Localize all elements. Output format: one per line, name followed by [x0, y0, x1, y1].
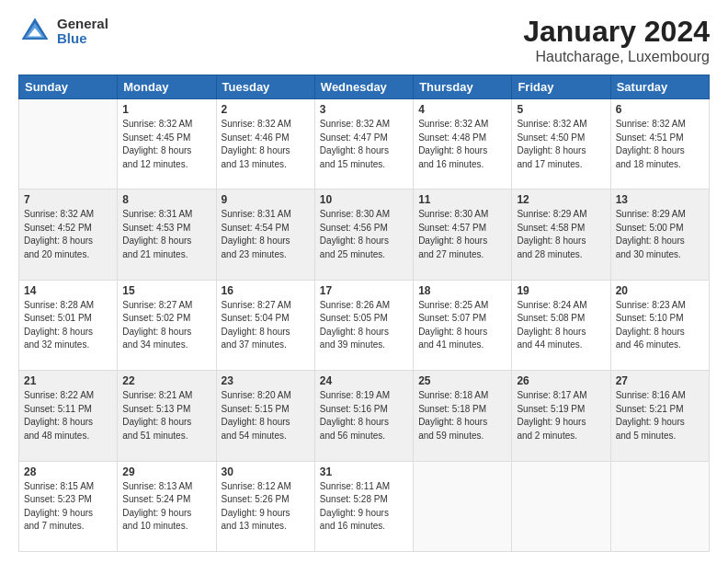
day-info: Sunrise: 8:32 AM Sunset: 4:50 PM Dayligh…	[517, 118, 605, 171]
day-number: 25	[418, 374, 506, 387]
day-number: 6	[616, 103, 704, 116]
col-saturday: Saturday	[610, 75, 709, 99]
table-row: 12Sunrise: 8:29 AM Sunset: 4:58 PM Dayli…	[512, 190, 610, 280]
table-row: 8Sunrise: 8:31 AM Sunset: 4:53 PM Daylig…	[118, 190, 216, 280]
day-info: Sunrise: 8:29 AM Sunset: 4:58 PM Dayligh…	[517, 208, 605, 261]
page: General Blue January 2024 Hautcharage, L…	[0, 0, 728, 563]
day-info: Sunrise: 8:24 AM Sunset: 5:08 PM Dayligh…	[517, 299, 605, 352]
calendar-subtitle: Hautcharage, Luxembourg	[523, 49, 710, 65]
table-row: 13Sunrise: 8:29 AM Sunset: 5:00 PM Dayli…	[610, 190, 709, 280]
day-number: 4	[418, 103, 506, 116]
day-info: Sunrise: 8:11 AM Sunset: 5:28 PM Dayligh…	[320, 480, 408, 534]
calendar-week-row: 28Sunrise: 8:15 AM Sunset: 5:23 PM Dayli…	[19, 461, 710, 551]
logo: General Blue	[18, 15, 108, 48]
day-number: 26	[517, 374, 605, 387]
col-monday: Monday	[118, 75, 216, 99]
header-row: Sunday Monday Tuesday Wednesday Thursday…	[19, 75, 710, 99]
day-info: Sunrise: 8:25 AM Sunset: 5:07 PM Dayligh…	[418, 299, 506, 352]
day-info: Sunrise: 8:30 AM Sunset: 4:56 PM Dayligh…	[320, 208, 408, 261]
day-number: 7	[24, 193, 112, 206]
table-row: 21Sunrise: 8:22 AM Sunset: 5:11 PM Dayli…	[19, 371, 118, 461]
day-number: 2	[222, 103, 310, 116]
col-thursday: Thursday	[414, 75, 512, 99]
table-row: 17Sunrise: 8:26 AM Sunset: 5:05 PM Dayli…	[314, 280, 413, 370]
day-info: Sunrise: 8:31 AM Sunset: 4:54 PM Dayligh…	[222, 208, 310, 261]
day-number: 22	[122, 374, 210, 387]
day-number: 29	[122, 465, 210, 478]
day-info: Sunrise: 8:32 AM Sunset: 4:47 PM Dayligh…	[320, 118, 408, 171]
day-number: 27	[616, 374, 704, 387]
table-row: 16Sunrise: 8:27 AM Sunset: 5:04 PM Dayli…	[216, 280, 314, 370]
calendar-week-row: 1Sunrise: 8:32 AM Sunset: 4:45 PM Daylig…	[19, 99, 710, 190]
day-info: Sunrise: 8:32 AM Sunset: 4:45 PM Dayligh…	[122, 118, 210, 171]
day-info: Sunrise: 8:12 AM Sunset: 5:26 PM Dayligh…	[222, 480, 310, 534]
table-row: 2Sunrise: 8:32 AM Sunset: 4:46 PM Daylig…	[216, 99, 314, 190]
table-row: 6Sunrise: 8:32 AM Sunset: 4:51 PM Daylig…	[610, 99, 709, 190]
day-number: 1	[122, 103, 210, 116]
col-friday: Friday	[512, 75, 610, 99]
day-number: 11	[418, 193, 506, 206]
day-info: Sunrise: 8:30 AM Sunset: 4:57 PM Dayligh…	[418, 208, 506, 261]
day-info: Sunrise: 8:32 AM Sunset: 4:46 PM Dayligh…	[222, 118, 310, 171]
day-number: 16	[222, 284, 310, 297]
logo-general-text: General	[57, 17, 108, 32]
calendar-week-row: 7Sunrise: 8:32 AM Sunset: 4:52 PM Daylig…	[19, 190, 710, 280]
table-row: 18Sunrise: 8:25 AM Sunset: 5:07 PM Dayli…	[414, 280, 512, 370]
table-row: 20Sunrise: 8:23 AM Sunset: 5:10 PM Dayli…	[610, 280, 709, 370]
day-info: Sunrise: 8:27 AM Sunset: 5:04 PM Dayligh…	[222, 299, 310, 352]
day-number: 30	[222, 465, 310, 478]
table-row: 27Sunrise: 8:16 AM Sunset: 5:21 PM Dayli…	[610, 371, 709, 461]
table-row: 15Sunrise: 8:27 AM Sunset: 5:02 PM Dayli…	[118, 280, 216, 370]
title-block: January 2024 Hautcharage, Luxembourg	[523, 15, 710, 65]
table-row: 11Sunrise: 8:30 AM Sunset: 4:57 PM Dayli…	[414, 190, 512, 280]
table-row	[512, 461, 610, 551]
day-number: 28	[24, 465, 112, 478]
table-row: 29Sunrise: 8:13 AM Sunset: 5:24 PM Dayli…	[118, 461, 216, 551]
table-row: 22Sunrise: 8:21 AM Sunset: 5:13 PM Dayli…	[118, 371, 216, 461]
day-info: Sunrise: 8:32 AM Sunset: 4:52 PM Dayligh…	[24, 208, 112, 261]
day-number: 18	[418, 284, 506, 297]
day-info: Sunrise: 8:15 AM Sunset: 5:23 PM Dayligh…	[24, 480, 112, 534]
day-info: Sunrise: 8:31 AM Sunset: 4:53 PM Dayligh…	[122, 208, 210, 261]
day-info: Sunrise: 8:22 AM Sunset: 5:11 PM Dayligh…	[24, 389, 112, 442]
day-number: 21	[24, 374, 112, 387]
day-info: Sunrise: 8:13 AM Sunset: 5:24 PM Dayligh…	[122, 480, 210, 534]
day-number: 19	[517, 284, 605, 297]
day-number: 10	[320, 193, 408, 206]
day-number: 20	[616, 284, 704, 297]
table-row: 25Sunrise: 8:18 AM Sunset: 5:18 PM Dayli…	[414, 371, 512, 461]
day-number: 3	[320, 103, 408, 116]
table-row: 31Sunrise: 8:11 AM Sunset: 5:28 PM Dayli…	[314, 461, 413, 551]
table-row: 1Sunrise: 8:32 AM Sunset: 4:45 PM Daylig…	[118, 99, 216, 190]
table-row: 14Sunrise: 8:28 AM Sunset: 5:01 PM Dayli…	[19, 280, 118, 370]
logo-blue-text: Blue	[57, 31, 108, 47]
calendar-week-row: 14Sunrise: 8:28 AM Sunset: 5:01 PM Dayli…	[19, 280, 710, 370]
col-tuesday: Tuesday	[216, 75, 314, 99]
day-info: Sunrise: 8:28 AM Sunset: 5:01 PM Dayligh…	[24, 299, 112, 352]
col-sunday: Sunday	[19, 75, 118, 99]
day-number: 17	[320, 284, 408, 297]
calendar-table: Sunday Monday Tuesday Wednesday Thursday…	[18, 75, 710, 552]
day-info: Sunrise: 8:32 AM Sunset: 4:51 PM Dayligh…	[616, 118, 704, 171]
day-info: Sunrise: 8:18 AM Sunset: 5:18 PM Dayligh…	[418, 389, 506, 442]
day-number: 5	[517, 103, 605, 116]
day-number: 8	[122, 193, 210, 206]
day-number: 9	[222, 193, 310, 206]
table-row: 4Sunrise: 8:32 AM Sunset: 4:48 PM Daylig…	[414, 99, 512, 190]
table-row: 5Sunrise: 8:32 AM Sunset: 4:50 PM Daylig…	[512, 99, 610, 190]
logo-icon	[18, 15, 51, 48]
table-row: 19Sunrise: 8:24 AM Sunset: 5:08 PM Dayli…	[512, 280, 610, 370]
table-row: 3Sunrise: 8:32 AM Sunset: 4:47 PM Daylig…	[314, 99, 413, 190]
table-row	[414, 461, 512, 551]
day-number: 23	[222, 374, 310, 387]
table-row: 28Sunrise: 8:15 AM Sunset: 5:23 PM Dayli…	[19, 461, 118, 551]
day-info: Sunrise: 8:16 AM Sunset: 5:21 PM Dayligh…	[616, 389, 704, 442]
table-row: 10Sunrise: 8:30 AM Sunset: 4:56 PM Dayli…	[314, 190, 413, 280]
table-row	[610, 461, 709, 551]
day-number: 31	[320, 465, 408, 478]
table-row: 26Sunrise: 8:17 AM Sunset: 5:19 PM Dayli…	[512, 371, 610, 461]
logo-text: General Blue	[57, 17, 108, 47]
header: General Blue January 2024 Hautcharage, L…	[18, 15, 710, 65]
table-row: 30Sunrise: 8:12 AM Sunset: 5:26 PM Dayli…	[216, 461, 314, 551]
calendar-title: January 2024	[523, 15, 710, 49]
